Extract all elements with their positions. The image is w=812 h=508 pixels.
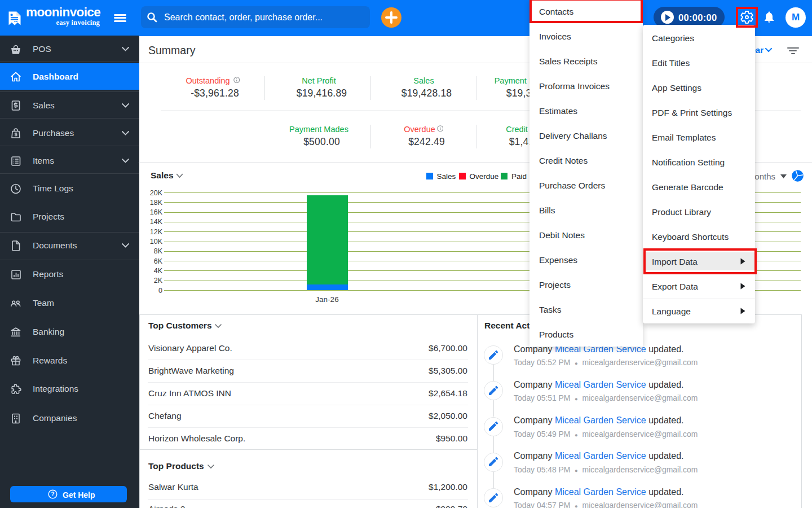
svg-text:?: ? — [51, 491, 54, 497]
